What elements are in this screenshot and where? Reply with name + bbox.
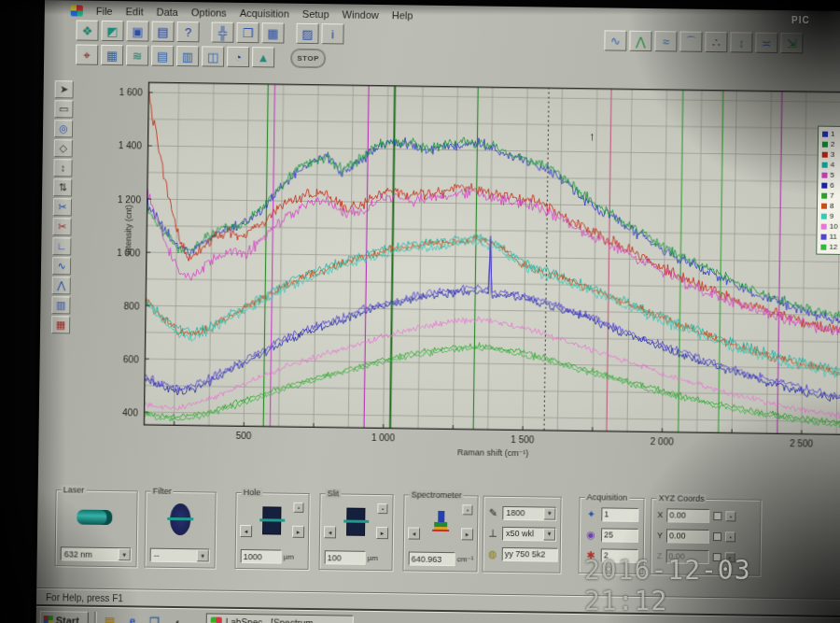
x-lock-checkbox[interactable]	[713, 512, 721, 520]
spectrum-view-icon[interactable]: ∿	[604, 30, 626, 50]
hole-increase-button[interactable]: ▸	[292, 526, 304, 538]
legend-entry[interactable]: 8	[821, 201, 840, 211]
cone-icon[interactable]: ▲	[252, 47, 274, 67]
menu-data[interactable]: Data	[150, 5, 183, 18]
dropdown-arrow-icon[interactable]: ▼	[119, 548, 131, 560]
accumulation-input[interactable]	[601, 528, 638, 543]
menu-edit[interactable]: Edit	[119, 5, 148, 18]
bars-tool-icon[interactable]: ▥	[51, 296, 70, 314]
y-lock-checkbox[interactable]	[713, 532, 721, 541]
pointer-tool-icon[interactable]: ➤	[55, 80, 74, 98]
menu-acquisition[interactable]: Acquisition	[234, 6, 295, 20]
hole-option-button[interactable]: ▪	[293, 503, 303, 513]
scatter-icon[interactable]: ∴	[705, 32, 727, 52]
baseline-icon[interactable]: ⌒	[679, 32, 702, 52]
overlay-icon[interactable]: ≈	[654, 31, 677, 51]
legend-entry[interactable]: 4	[822, 160, 840, 170]
menu-options[interactable]: Options	[186, 6, 232, 20]
slit-increase-button[interactable]: ▸	[376, 527, 388, 539]
legend-entry[interactable]: 5	[821, 170, 840, 180]
curve-tool-icon[interactable]: ∿	[52, 257, 71, 275]
start-button[interactable]: Start	[40, 610, 89, 623]
cursor-marker-line[interactable]	[473, 86, 478, 430]
cursor-marker-line[interactable]	[544, 88, 549, 432]
acquisition-time-input[interactable]	[601, 507, 638, 522]
x-coord-input[interactable]	[666, 508, 709, 523]
windows-explorer-icon[interactable]: ❒	[147, 613, 163, 623]
zoom-icon[interactable]: ⌖	[76, 44, 98, 64]
cut-blue-icon[interactable]: ✂	[53, 198, 72, 216]
legend-entry[interactable]: 3	[822, 149, 840, 160]
help-pointer-icon[interactable]: ?	[176, 21, 199, 42]
menu-setup[interactable]: Setup	[297, 7, 335, 21]
open-icon[interactable]: ◩	[101, 21, 123, 41]
window-cascade-icon[interactable]: ❒	[236, 22, 259, 43]
table-icon[interactable]: ▤	[151, 46, 174, 66]
grating-select[interactable]: 1800 ▼	[502, 505, 556, 520]
slit-decrease-button[interactable]: ◂	[324, 526, 336, 538]
spectrometer-option-button[interactable]: ▪	[462, 504, 472, 515]
hole-decrease-button[interactable]: ◂	[240, 525, 252, 537]
stop-button[interactable]: STOP	[290, 48, 326, 68]
compare-icon[interactable]: ≍	[755, 33, 777, 53]
cursor-marker-line[interactable]	[390, 85, 395, 429]
hole-value-input[interactable]	[241, 549, 282, 564]
smooth-icon[interactable]: ≋	[126, 45, 148, 65]
detector-input[interactable]	[502, 546, 558, 561]
slit-option-button[interactable]: ▪	[377, 503, 387, 514]
legend-entry[interactable]: 1	[822, 129, 840, 139]
diamond-tool-icon[interactable]: ◇	[54, 139, 73, 157]
cursor-marker-line[interactable]	[270, 83, 274, 427]
map-grid-icon[interactable]: ▦	[101, 45, 123, 65]
objective-select[interactable]: x50 wkl ▼	[502, 526, 556, 541]
menu-help[interactable]: Help	[386, 8, 419, 21]
legend-entry[interactable]: 12	[820, 242, 840, 252]
volume-icon[interactable]: ◖	[169, 613, 186, 623]
save-icon[interactable]: ▣	[126, 21, 148, 41]
dropdown-arrow-icon[interactable]: ▼	[543, 528, 555, 540]
dropdown-arrow-icon[interactable]: ▼	[543, 507, 555, 519]
cut-red-icon[interactable]: ✂	[52, 218, 71, 235]
frame-tool-icon[interactable]: ▭	[54, 100, 73, 118]
laser-select[interactable]: 632 nm ▼	[61, 546, 132, 561]
labspec-task-button[interactable]: LabSpec - [Spectrum ...	[206, 613, 354, 623]
zoom-tool-icon[interactable]: ◎	[54, 120, 73, 137]
window-split-icon[interactable]: ╬	[211, 21, 233, 42]
window-tile-icon[interactable]: ▦	[261, 22, 284, 43]
y-go-button[interactable]: ▪	[725, 531, 735, 542]
x-go-button[interactable]: ▪	[725, 511, 735, 521]
slit-slider-icon[interactable]	[346, 508, 365, 536]
peaks-tool-icon[interactable]: ⋀	[52, 276, 71, 294]
browser-icon[interactable]: e	[124, 613, 141, 623]
slit-value-input[interactable]	[325, 550, 366, 565]
axes-tool-icon[interactable]: ∟	[52, 237, 71, 255]
new-icon[interactable]: ❖	[76, 20, 98, 40]
dropdown-arrow-icon[interactable]: ▼	[197, 549, 209, 561]
info-icon[interactable]: i	[321, 23, 343, 44]
video-icon[interactable]: ◫	[202, 46, 224, 66]
updown-tool-icon[interactable]: ↕	[53, 159, 72, 177]
menu-file[interactable]: File	[91, 4, 119, 17]
y-coord-input[interactable]	[666, 529, 709, 544]
grid-red-icon[interactable]: ▦	[51, 316, 70, 333]
legend-entry[interactable]: 10	[821, 221, 840, 232]
menu-window[interactable]: Window	[337, 7, 385, 21]
show-desktop-icon[interactable]: ▤	[102, 612, 119, 623]
image-icon[interactable]: ▨	[296, 23, 318, 44]
legend-entry[interactable]: 7	[821, 191, 840, 201]
peak-label-icon[interactable]: ⋀	[629, 31, 651, 51]
chart-legend[interactable]: 123456789101112	[816, 126, 840, 256]
matrix-icon[interactable]: ▥	[176, 46, 199, 66]
export-icon[interactable]: ⇲	[780, 33, 803, 53]
detector-icon[interactable]: ◔	[227, 47, 249, 67]
spectrometer-increase-button[interactable]: ▸	[461, 528, 473, 540]
cursor-marker-line[interactable]	[607, 88, 611, 432]
legend-entry[interactable]: 6	[821, 180, 840, 191]
legend-entry[interactable]: 2	[822, 139, 840, 149]
swap-tool-icon[interactable]: ⇅	[53, 178, 72, 196]
legend-entry[interactable]: 11	[820, 232, 840, 242]
cursor-marker-line[interactable]	[719, 90, 723, 433]
filter-select[interactable]: -- ▼	[150, 548, 210, 563]
print-icon[interactable]: ▤	[151, 21, 174, 42]
plot-area[interactable]: ↑	[144, 82, 840, 435]
